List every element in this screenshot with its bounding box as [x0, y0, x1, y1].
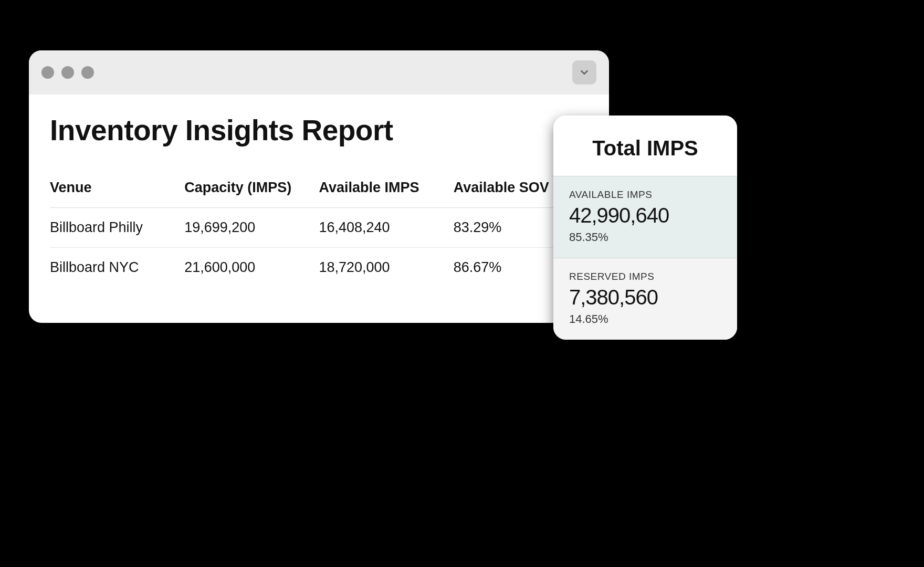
inventory-table: Venue Capacity (IMPS) Available IMPS Ava… [50, 168, 588, 287]
table-row: Billboard NYC 21,600,000 18,720,000 86.6… [50, 248, 588, 288]
column-header-capacity: Capacity (IMPS) [184, 168, 319, 208]
report-content: Inventory Insights Report Venue Capacity… [29, 94, 609, 287]
table-header-row: Venue Capacity (IMPS) Available IMPS Ava… [50, 168, 588, 208]
cell-capacity: 19,699,200 [184, 208, 319, 248]
summary-available-value: 42,990,640 [569, 204, 721, 227]
cell-capacity: 21,600,000 [184, 248, 319, 288]
summary-reserved-label: RESERVED IMPS [569, 271, 721, 282]
window-titlebar [29, 50, 609, 94]
summary-available-label: AVAILABLE IMPS [569, 189, 721, 201]
summary-block-available: AVAILABLE IMPS 42,990,640 85.35% [553, 176, 737, 258]
traffic-light-minimize-icon[interactable] [61, 66, 74, 79]
report-window: Inventory Insights Report Venue Capacity… [29, 50, 609, 323]
cell-venue: Billboard Philly [50, 208, 184, 248]
cell-available: 16,408,240 [319, 208, 454, 248]
summary-reserved-pct: 14.65% [569, 312, 721, 326]
summary-header: Total IMPS [553, 116, 737, 176]
cell-venue: Billboard NYC [50, 248, 184, 288]
traffic-light-maximize-icon[interactable] [81, 66, 94, 79]
traffic-lights [41, 66, 94, 79]
column-header-venue: Venue [50, 168, 184, 208]
chevron-down-icon [579, 67, 590, 78]
page-title: Inventory Insights Report [50, 113, 588, 147]
table-row: Billboard Philly 19,699,200 16,408,240 8… [50, 208, 588, 248]
summary-block-reserved: RESERVED IMPS 7,380,560 14.65% [553, 258, 737, 340]
summary-reserved-value: 7,380,560 [569, 286, 721, 309]
collapse-button[interactable] [572, 60, 596, 85]
column-header-available: Available IMPS [319, 168, 454, 208]
summary-card: Total IMPS AVAILABLE IMPS 42,990,640 85.… [553, 116, 737, 340]
cell-available: 18,720,000 [319, 248, 454, 288]
summary-title: Total IMPS [569, 136, 721, 160]
summary-available-pct: 85.35% [569, 230, 721, 244]
traffic-light-close-icon[interactable] [41, 66, 54, 79]
